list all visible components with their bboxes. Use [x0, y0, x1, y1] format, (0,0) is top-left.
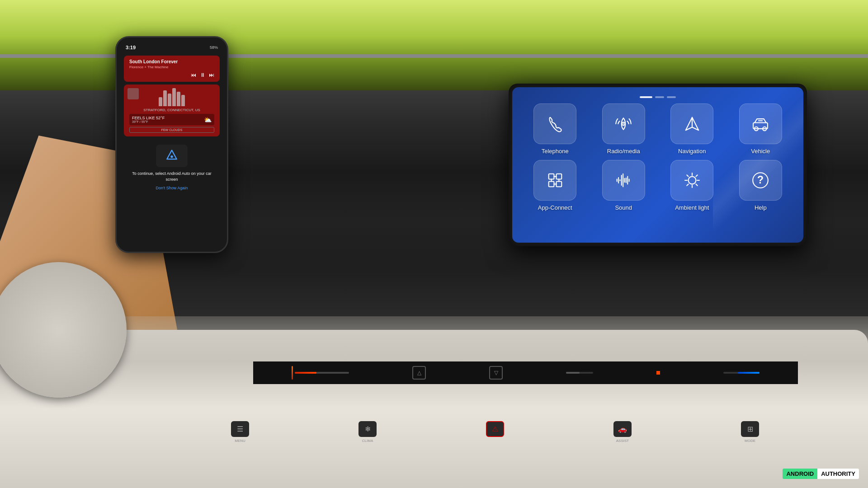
svg-rect-12 — [548, 182, 554, 187]
music-prev-icon[interactable]: ⏮ — [191, 72, 196, 78]
left-temp-control — [292, 366, 349, 380]
svg-text:?: ? — [757, 174, 764, 186]
menu-item-ambient-light[interactable]: Ambient light — [660, 160, 724, 211]
android-auto-icon — [164, 148, 180, 164]
weather-clouds-icon: ⛅ — [204, 116, 212, 123]
clima-label: CLIMA — [362, 439, 373, 443]
menu-item-telephone[interactable]: Telephone — [524, 103, 587, 155]
vehicle-icon — [751, 114, 770, 133]
music-controls: ⏮ ⏸ ⏭ — [129, 72, 214, 78]
app-connect-label: App-Connect — [538, 204, 572, 211]
navigation-icon — [683, 114, 702, 133]
watermark-authority: AUTHORITY — [817, 469, 859, 479]
hazard-icon: ⚠ — [486, 421, 504, 437]
fan-speed-slider[interactable] — [566, 372, 593, 374]
music-title: South London Forever — [129, 59, 214, 64]
weather-feels-like: FEELS LIKE 52°F — [132, 116, 165, 120]
help-label: Help — [755, 204, 767, 211]
svg-line-32 — [687, 175, 688, 176]
radio-label: Radio/media — [607, 148, 640, 155]
svg-line-33 — [696, 184, 697, 185]
weather-temp-range: 39°F / 55°F — [132, 120, 165, 123]
svg-point-1 — [170, 155, 173, 158]
page-dot-2[interactable] — [655, 96, 664, 98]
defrost-icon[interactable]: △ — [412, 366, 426, 380]
assist-button[interactable]: 🚗 ASSIST — [613, 421, 632, 443]
phone-screen: 3:19 58% South London Forever Florence +… — [120, 41, 223, 248]
watermark-android: ANDROID — [783, 469, 817, 479]
page-dot-1[interactable] — [640, 96, 652, 98]
ambient-light-icon-box — [670, 160, 713, 201]
weather-bar-5 — [177, 92, 180, 106]
right-temp-slider[interactable] — [723, 372, 760, 374]
ambient-light-icon — [683, 171, 702, 190]
ambient-light-label: Ambient light — [675, 204, 709, 211]
svg-point-3 — [623, 123, 624, 125]
svg-line-34 — [696, 175, 697, 176]
page-dot-3[interactable] — [667, 96, 676, 98]
telephone-label: Telephone — [542, 148, 569, 155]
phone-music-player[interactable]: South London Forever Florence + The Mach… — [124, 56, 220, 82]
menu-label: MENU — [235, 439, 245, 443]
music-next-icon[interactable]: ⏭ — [209, 72, 214, 78]
weather-bar-3 — [168, 94, 171, 106]
menu-item-vehicle[interactable]: Vehicle — [729, 103, 793, 155]
watermark: ANDROID AUTHORITY — [783, 469, 859, 479]
weather-bar-1 — [159, 97, 162, 106]
left-heat-indicator — [292, 366, 293, 380]
phone-weather: STRATFORD, CONNECTICUT, US FEELS LIKE 52… — [124, 84, 220, 136]
help-icon: ? — [751, 171, 770, 190]
mode-icon: ⊞ — [741, 421, 759, 437]
assist-label: ASSIST — [616, 439, 629, 443]
clima-button[interactable]: ❄ CLIMA — [359, 421, 377, 443]
android-auto-section[interactable]: To continue, select Android Auto on your… — [124, 140, 220, 195]
svg-rect-6 — [753, 122, 768, 128]
music-play-icon[interactable]: ⏸ — [200, 72, 205, 78]
left-temp-fill — [295, 372, 316, 374]
menu-item-navigation[interactable]: Navigation — [660, 103, 724, 155]
menu-button[interactable]: ☰ MENU — [231, 421, 249, 443]
mode-button[interactable]: ⊞ MODE — [741, 421, 759, 443]
menu-item-sound[interactable]: Sound — [592, 160, 656, 211]
function-buttons: ☰ MENU ❄ CLIMA ⚠ 🚗 ASSIST ⊞ MODE — [167, 421, 823, 443]
weather-location: STRATFORD, CONNECTICUT, US — [129, 108, 214, 112]
svg-rect-10 — [548, 174, 554, 179]
svg-line-35 — [687, 184, 688, 185]
weather-bar-4 — [172, 88, 176, 106]
app-connect-icon-box — [533, 160, 576, 201]
fan-speed-fill — [566, 372, 580, 374]
weather-bar-6 — [181, 95, 185, 106]
radio-icon — [614, 114, 633, 133]
svg-rect-13 — [556, 182, 561, 187]
navigation-label: Navigation — [678, 148, 706, 155]
weather-temp-box: FEELS LIKE 52°F 39°F / 55°F ⛅ — [129, 114, 214, 125]
hazard-button[interactable]: ⚠ — [486, 421, 504, 443]
android-auto-link[interactable]: Don't Show Again — [128, 186, 215, 190]
navigation-icon-box — [670, 103, 713, 144]
menu-item-app-connect[interactable]: App-Connect — [524, 160, 587, 211]
right-temp-fill — [738, 372, 760, 374]
android-auto-icon-box — [156, 145, 188, 167]
app-connect-icon — [546, 171, 565, 190]
menu-icon: ☰ — [231, 421, 249, 437]
page-dots — [524, 96, 792, 98]
car-screen-bezel: Telephone Radio/media — [509, 84, 807, 246]
android-auto-instruction: To continue, select Android Auto on your… — [128, 171, 215, 182]
phone-status-bar: 3:19 58% — [120, 41, 223, 54]
radio-icon-box — [602, 103, 645, 144]
menu-item-help[interactable]: ? Help — [729, 160, 793, 211]
menu-item-radio-media[interactable]: Radio/media — [592, 103, 656, 155]
vehicle-icon-box — [739, 103, 782, 144]
sound-icon — [614, 171, 633, 190]
phone-time: 3:19 — [126, 45, 136, 50]
car-screen: Telephone Radio/media — [512, 87, 803, 243]
defrost-rear-icon[interactable]: ▽ — [489, 366, 503, 380]
temp-dot-red — [656, 371, 660, 375]
weather-bar-2 — [163, 90, 167, 106]
mode-label: MODE — [745, 439, 755, 443]
left-temp-slider[interactable] — [295, 372, 349, 374]
assist-icon: 🚗 — [613, 421, 632, 437]
weather-description: FEW CLOUDS — [129, 127, 214, 133]
telephone-icon — [546, 114, 565, 133]
clima-icon: ❄ — [359, 421, 377, 437]
